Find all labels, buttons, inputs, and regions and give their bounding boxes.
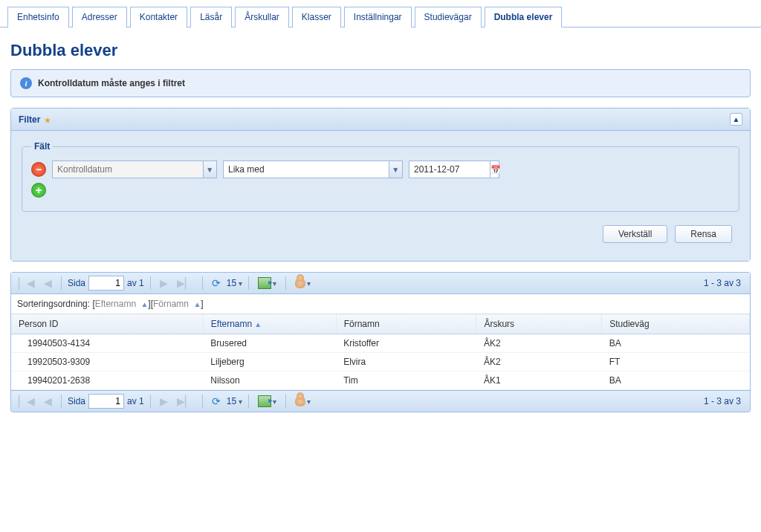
grid-table: Person ID Efternamn▲ Förnamn Årskurs Stu… — [11, 314, 750, 390]
col-grade[interactable]: Årskurs — [476, 314, 602, 334]
sort-key-2[interactable]: Förnamn ▲ — [153, 299, 201, 309]
col-firstname[interactable]: Förnamn — [336, 314, 476, 334]
paging-status: 1 - 3 av 3 — [704, 278, 745, 288]
chevron-down-icon: ▾ — [239, 398, 242, 406]
tab-adresser[interactable]: Adresser — [72, 7, 127, 27]
user-menu-button[interactable]: ▾ — [292, 395, 314, 408]
sort-order-bar: Sorteringsordning: [Efternamn ▲][Förnamn… — [11, 294, 750, 314]
refresh-button[interactable]: ⟳ — [209, 394, 224, 409]
user-menu-button[interactable]: ▾ — [292, 276, 314, 290]
tab-klasser[interactable]: Klasser — [292, 7, 341, 27]
page-label-suffix: av 1 — [127, 396, 144, 406]
tab-lasar[interactable]: Läsår — [190, 7, 232, 27]
date-input[interactable] — [409, 161, 490, 178]
chevron-down-icon[interactable]: ▼ — [389, 161, 402, 178]
field-select-input[interactable] — [53, 161, 203, 178]
table-row[interactable]: 19940201-2638 Nilsson Tim ÅK1 BA — [11, 372, 750, 390]
results-grid: ▏◀ ◀ Sida av 1 ▶ ▶▏ ⟳ 15 ▾ ▾ ▾ 1 - 3 av … — [10, 272, 751, 412]
page-label-prefix: Sida — [68, 278, 85, 288]
export-icon — [258, 277, 271, 289]
tab-installningar[interactable]: Inställningar — [344, 7, 412, 27]
filter-fieldset: Fält − ▼ ▼ 📅 + — [22, 141, 739, 212]
info-icon: i — [20, 77, 32, 89]
next-page-button[interactable]: ▶ — [157, 394, 171, 409]
apply-button[interactable]: Verkställ — [603, 225, 667, 243]
col-program[interactable]: Studieväg — [602, 314, 750, 334]
remove-row-button[interactable]: − — [31, 162, 46, 177]
export-icon — [258, 395, 271, 407]
page-size-label[interactable]: 15 ▾ — [227, 278, 243, 288]
calendar-icon[interactable]: 📅 — [490, 161, 501, 178]
tab-kontakter[interactable]: Kontakter — [130, 7, 187, 27]
page-label-suffix: av 1 — [127, 278, 144, 288]
page-number-input[interactable] — [88, 276, 124, 291]
last-page-button[interactable]: ▶▏ — [174, 276, 196, 291]
tabs-bar: Enhetsinfo Adresser Kontakter Läsår Årsk… — [0, 0, 761, 27]
next-page-button[interactable]: ▶ — [157, 276, 171, 291]
operator-select-input[interactable] — [224, 161, 389, 178]
last-page-button[interactable]: ▶▏ — [174, 394, 196, 409]
field-select[interactable]: ▼ — [52, 160, 217, 178]
filter-fieldset-legend: Fält — [31, 141, 53, 152]
page-number-input[interactable] — [88, 394, 124, 409]
sort-asc-icon: ▲ — [254, 320, 262, 328]
table-row[interactable]: 19920503-9309 Liljeberg Elvira ÅK2 FT — [11, 353, 750, 372]
first-page-button[interactable]: ▏◀ — [16, 394, 38, 409]
tab-enhetsinfo[interactable]: Enhetsinfo — [7, 7, 69, 27]
info-banner: i Kontrolldatum måste anges i filtret — [10, 69, 751, 97]
chevron-down-icon: ▾ — [239, 279, 242, 288]
filter-panel: Filter ★ ▲ Fält − ▼ ▼ 📅 — [10, 108, 751, 262]
user-icon — [295, 278, 305, 288]
prev-page-button[interactable]: ◀ — [41, 394, 55, 409]
date-input-wrapper[interactable]: 📅 — [409, 160, 499, 178]
tab-arskullar[interactable]: Årskullar — [235, 7, 289, 27]
filter-panel-title: Filter — [19, 114, 40, 125]
tab-dubbla-elever[interactable]: Dubbla elever — [485, 7, 563, 27]
tab-studievagar[interactable]: Studievägar — [415, 7, 482, 27]
sort-key-1[interactable]: Efternamn ▲ — [95, 299, 149, 309]
prev-page-button[interactable]: ◀ — [41, 276, 55, 291]
operator-select[interactable]: ▼ — [223, 160, 403, 178]
collapse-button[interactable]: ▲ — [730, 113, 742, 126]
filter-panel-header: Filter ★ ▲ — [11, 108, 750, 131]
refresh-button[interactable]: ⟳ — [209, 276, 224, 291]
export-button[interactable]: ▾ — [255, 394, 279, 409]
col-lastname[interactable]: Efternamn▲ — [203, 314, 336, 334]
export-button[interactable]: ▾ — [255, 276, 279, 291]
first-page-button[interactable]: ▏◀ — [16, 276, 38, 291]
paging-status: 1 - 3 av 3 — [704, 396, 745, 406]
page-label-prefix: Sida — [68, 396, 85, 406]
add-row-button[interactable]: + — [31, 183, 46, 198]
grid-toolbar-bottom: ▏◀ ◀ Sida av 1 ▶ ▶▏ ⟳ 15 ▾ ▾ ▾ 1 - 3 av … — [11, 390, 750, 412]
col-person-id[interactable]: Person ID — [11, 314, 203, 334]
chevron-down-icon[interactable]: ▼ — [203, 161, 216, 178]
table-row[interactable]: 19940503-4134 Brusered Kristoffer ÅK2 BA — [11, 334, 750, 353]
required-star-icon: ★ — [45, 117, 51, 124]
info-message: Kontrolldatum måste anges i filtret — [38, 78, 185, 88]
page-title: Dubbla elever — [10, 41, 751, 60]
page-size-label[interactable]: 15 ▾ — [227, 396, 243, 406]
grid-toolbar-top: ▏◀ ◀ Sida av 1 ▶ ▶▏ ⟳ 15 ▾ ▾ ▾ 1 - 3 av … — [11, 273, 750, 294]
reset-button[interactable]: Rensa — [675, 225, 732, 243]
user-icon — [295, 396, 305, 406]
